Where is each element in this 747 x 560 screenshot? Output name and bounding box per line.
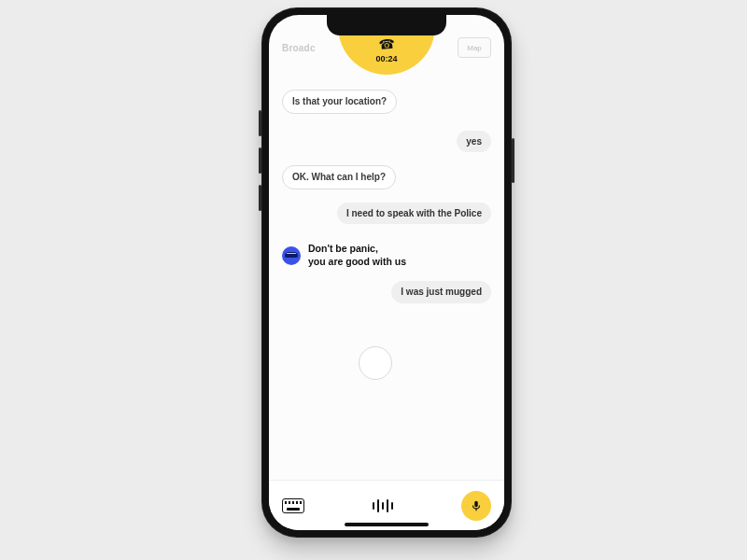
message-row: OK. What can I help?	[282, 165, 491, 189]
message-bubble: yes	[457, 131, 491, 153]
message-bubble: Is that your location?	[282, 90, 397, 114]
message-row: Is that your location?	[282, 90, 491, 114]
system-message: Don't be panic, you are good with us	[282, 243, 491, 268]
phone-device: Broadc Map ☎ 00:24 Is that your location…	[261, 7, 512, 538]
mic-button[interactable]	[461, 491, 491, 521]
message-row: I was just mugged	[282, 281, 491, 303]
record-indicator[interactable]	[359, 346, 392, 380]
mic-icon	[470, 499, 483, 512]
message-row: I need to speak with the Police	[282, 203, 491, 225]
home-indicator[interactable]	[345, 523, 429, 526]
screen: Broadc Map ☎ 00:24 Is that your location…	[269, 15, 504, 530]
keyboard-icon[interactable]	[282, 498, 304, 513]
message-bubble: I need to speak with the Police	[337, 203, 491, 225]
message-bubble: I was just mugged	[391, 281, 491, 303]
message-row: yes	[282, 131, 491, 153]
system-message-text: Don't be panic, you are good with us	[308, 243, 406, 268]
call-timer: 00:24	[375, 54, 397, 63]
header-left-label: Broadc	[282, 43, 316, 53]
waveform-icon	[373, 497, 393, 515]
message-bubble: OK. What can I help?	[282, 165, 396, 189]
hangup-icon: ☎	[378, 36, 395, 50]
map-toggle[interactable]: Map	[458, 37, 491, 58]
device-notch	[327, 15, 446, 35]
police-cap-icon	[282, 246, 301, 265]
message-list: Is that your location? yes OK. What can …	[269, 82, 504, 480]
